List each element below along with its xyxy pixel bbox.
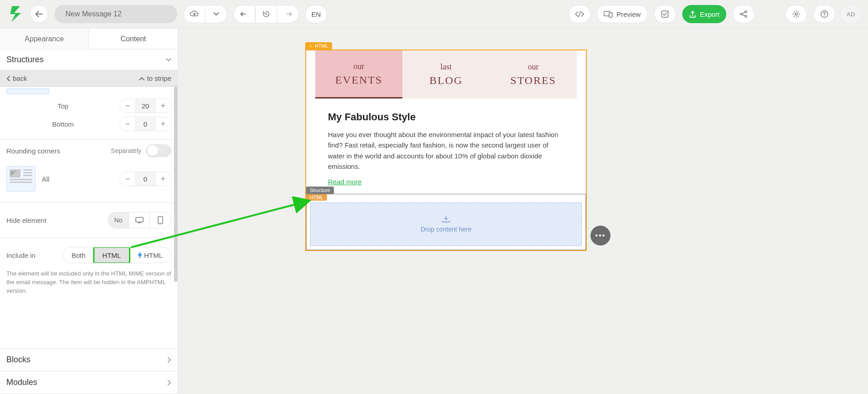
cloud-dropdown-button[interactable] (205, 5, 227, 23)
section-structures[interactable]: Structures (0, 49, 178, 70)
redo-button[interactable] (277, 5, 299, 23)
desktop-icon (135, 217, 144, 223)
blocks-label: Blocks (6, 355, 30, 364)
include-amp-html[interactable]: HTML (129, 247, 171, 263)
to-stripe-label: to stripe (147, 74, 171, 82)
arrow-left-icon (35, 11, 43, 17)
share-icon (739, 10, 748, 18)
section-modules[interactable]: Modules (0, 371, 178, 394)
email-html-block[interactable]: ⚡ HTML our EVENTS last BLOG our STORES M (305, 49, 587, 251)
svg-rect-8 (136, 217, 143, 222)
padding-top-input[interactable] (135, 99, 155, 113)
chevron-down-icon (213, 12, 219, 16)
cloud-upload-button[interactable] (184, 5, 205, 23)
modules-label: Modules (6, 378, 37, 387)
chevron-up-icon (139, 77, 144, 80)
section-structures-label: Structures (6, 55, 44, 64)
mobile-icon (158, 216, 163, 224)
svg-point-5 (745, 15, 747, 17)
article-block[interactable]: My Fabulous Style Have you ever thought … (306, 98, 586, 194)
more-icon: ••• (595, 231, 606, 240)
nav-tab-blog[interactable]: last BLOG (402, 50, 490, 98)
checklist-button[interactable] (654, 5, 676, 23)
share-button[interactable] (733, 5, 754, 23)
section-blocks[interactable]: Blocks (0, 348, 178, 371)
rounding-all-stepper[interactable]: − + (119, 172, 171, 186)
hide-desktop[interactable] (129, 212, 150, 228)
back-button[interactable] (30, 5, 48, 23)
chevron-right-icon (168, 380, 171, 385)
help-icon (820, 10, 828, 18)
chevron-left-icon (6, 76, 10, 81)
hide-no[interactable]: No (108, 212, 129, 228)
message-title[interactable]: New Message 12 (55, 5, 177, 23)
padding-bottom-row: Bottom − + (0, 115, 178, 140)
tab-appearance[interactable]: Appearance (0, 29, 89, 49)
more-actions-fab[interactable]: ••• (590, 226, 610, 246)
padding-bottom-input[interactable] (135, 117, 155, 131)
article-title: My Fabulous Style (328, 111, 564, 123)
app-logo (8, 5, 24, 23)
svg-point-4 (745, 11, 747, 13)
history-group (233, 5, 299, 23)
language-button[interactable]: EN (305, 5, 327, 23)
nav-tab-events[interactable]: our EVENTS (315, 50, 402, 98)
svg-point-3 (740, 13, 742, 15)
cloud-group (184, 5, 227, 23)
padding-bottom-stepper[interactable]: − + (119, 117, 171, 131)
canvas: ⚡ HTML our EVENTS last BLOG our STORES M (178, 29, 868, 394)
include-label: Include in (6, 251, 35, 259)
rounding-all-input[interactable] (135, 172, 155, 186)
export-icon (689, 10, 696, 18)
include-both[interactable]: Both (63, 247, 94, 263)
hide-mobile[interactable] (150, 212, 171, 228)
export-button[interactable]: Export (682, 5, 726, 23)
tab-appearance-label: Appearance (25, 35, 64, 43)
include-segmented: Both HTML HTML (63, 247, 171, 263)
padding-top-row: Top − + (0, 97, 178, 115)
tab-content[interactable]: Content (89, 29, 178, 49)
hide-element-row: Hide element No (0, 203, 178, 238)
hide-segmented: No (108, 212, 171, 228)
undo-icon (240, 11, 248, 17)
increment-button[interactable]: + (155, 172, 171, 186)
html-badge: ⚡ HTML (305, 42, 332, 49)
code-view-button[interactable] (569, 5, 590, 23)
language-label: EN (312, 10, 321, 18)
separately-toggle[interactable] (146, 144, 171, 157)
cloud-upload-icon (190, 10, 199, 18)
nav-tab-stores[interactable]: our STORES (490, 50, 577, 98)
properties-panel: Top − + Bottom − + Rounding corners S (0, 87, 178, 348)
undo-button[interactable] (233, 5, 255, 23)
back-label: back (13, 74, 27, 82)
account-initials: AD (847, 11, 855, 18)
increment-button[interactable]: + (155, 117, 171, 131)
tab-content-label: Content (120, 35, 146, 43)
decrement-button[interactable]: − (120, 172, 135, 186)
read-more-link[interactable]: Read more (328, 178, 362, 186)
top-bar: New Message 12 (0, 0, 868, 29)
structure-block[interactable]: Structure HTML Drop content here (306, 194, 586, 250)
increment-button[interactable]: + (155, 99, 171, 113)
drop-icon (441, 216, 451, 223)
article-body: Have you ever thought about the environm… (328, 129, 564, 172)
gear-icon (792, 10, 800, 18)
scrollbar-thumb[interactable] (174, 87, 178, 282)
separately-label: Separately (111, 147, 141, 154)
include-html[interactable]: HTML (94, 247, 129, 263)
settings-button[interactable] (785, 5, 807, 23)
breadcrumb-back[interactable]: back to stripe (0, 70, 178, 87)
decrement-button[interactable]: − (120, 117, 135, 131)
chevron-down-icon (166, 58, 171, 62)
message-title-text: New Message 12 (65, 10, 122, 18)
rounding-row: Rounding corners Separately (0, 140, 178, 162)
history-button[interactable] (255, 5, 277, 23)
redo-icon (284, 11, 292, 17)
preview-button[interactable]: Preview (597, 5, 647, 23)
decrement-button[interactable]: − (120, 99, 135, 113)
account-badge[interactable]: AD (842, 5, 860, 23)
drop-zone[interactable]: Drop content here (310, 202, 582, 246)
padding-top-stepper[interactable]: − + (119, 98, 171, 113)
help-button[interactable] (813, 5, 835, 23)
drop-zone-label: Drop content here (421, 226, 471, 233)
